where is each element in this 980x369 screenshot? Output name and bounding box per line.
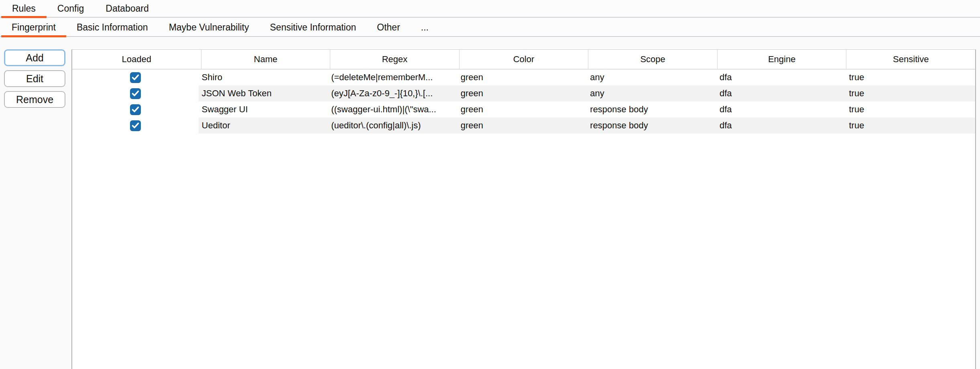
cell-regex: (ueditor\.(config|all)\.js) (328, 118, 457, 134)
cell-scope: any (587, 69, 716, 85)
cell-engine: dfa (716, 101, 846, 118)
cell-regex: ((swagger-ui.html)|(\"swa... (328, 101, 457, 118)
edit-button[interactable]: Edit (4, 70, 65, 87)
table-header-row: LoadedNameRegexColorScopeEngineSensitive (72, 50, 975, 69)
cell-loaded (72, 69, 199, 85)
subtab-fingerprint[interactable]: Fingerprint (1, 18, 66, 36)
cell-scope: response body (587, 101, 716, 118)
cell-loaded (72, 101, 199, 118)
subtab-sensitive-information[interactable]: Sensitive Information (260, 18, 367, 36)
cell-color: green (457, 85, 587, 101)
column-header-name[interactable]: Name (201, 50, 330, 69)
cell-sensitive: true (846, 69, 975, 85)
add-button[interactable]: Add (4, 49, 65, 66)
cell-engine: dfa (716, 69, 846, 85)
content-area: AddEditRemove LoadedNameRegexColorScopeE… (0, 38, 980, 369)
cell-name: Shiro (199, 69, 328, 85)
subtab-maybe-vulnerability[interactable]: Maybe Vulnerability (159, 18, 260, 36)
loaded-checkbox[interactable] (130, 88, 141, 99)
cell-scope: response body (587, 118, 716, 134)
rules-table-panel: LoadedNameRegexColorScopeEngineSensitive… (71, 49, 976, 369)
loaded-checkbox[interactable] (130, 72, 141, 83)
subtab-other[interactable]: Other (366, 18, 411, 36)
rules-sidebar: AddEditRemove (0, 38, 71, 369)
column-header-engine[interactable]: Engine (717, 50, 846, 69)
subtab-more[interactable]: ... (411, 18, 439, 36)
loaded-checkbox[interactable] (130, 120, 141, 131)
remove-button[interactable]: Remove (4, 91, 65, 108)
main-tabbar: RulesConfigDataboard (0, 0, 980, 18)
tab-databoard[interactable]: Databoard (95, 0, 159, 17)
cell-loaded (72, 118, 199, 134)
cell-color: green (457, 118, 587, 134)
column-header-loaded[interactable]: Loaded (72, 50, 201, 69)
app-window: RulesConfigDataboard FingerprintBasic In… (0, 0, 980, 369)
tab-config[interactable]: Config (47, 0, 95, 17)
subtab-basic-information[interactable]: Basic Information (66, 18, 159, 36)
rules-subtabbar: FingerprintBasic InformationMaybe Vulner… (0, 18, 980, 37)
column-header-scope[interactable]: Scope (588, 50, 717, 69)
cell-engine: dfa (716, 118, 846, 134)
cell-sensitive: true (846, 118, 975, 134)
table-row[interactable]: JSON Web Token(eyJ[A-Za-z0-9_-]{10,}\.[.… (72, 85, 975, 101)
column-header-color[interactable]: Color (459, 50, 588, 69)
cell-name: Ueditor (199, 118, 328, 134)
table-row[interactable]: Ueditor(ueditor\.(config|all)\.js)greenr… (72, 118, 975, 134)
cell-loaded (72, 85, 199, 101)
table-body: Shiro(=deleteMe|rememberM...greenanydfat… (72, 69, 975, 134)
cell-name: JSON Web Token (199, 85, 328, 101)
tab-rules[interactable]: Rules (1, 0, 47, 17)
cell-engine: dfa (716, 85, 846, 101)
cell-sensitive: true (846, 101, 975, 118)
cell-scope: any (587, 85, 716, 101)
table-row[interactable]: Shiro(=deleteMe|rememberM...greenanydfat… (72, 69, 975, 85)
cell-regex: (eyJ[A-Za-z0-9_-]{10,}\.[... (328, 85, 457, 101)
cell-color: green (457, 69, 587, 85)
cell-name: Swagger UI (199, 101, 328, 118)
cell-sensitive: true (846, 85, 975, 101)
loaded-checkbox[interactable] (130, 104, 141, 115)
cell-color: green (457, 101, 587, 118)
column-header-regex[interactable]: Regex (330, 50, 459, 69)
column-header-sensitive[interactable]: Sensitive (846, 50, 975, 69)
cell-regex: (=deleteMe|rememberM... (328, 69, 457, 85)
table-row[interactable]: Swagger UI((swagger-ui.html)|(\"swa...gr… (72, 101, 975, 118)
